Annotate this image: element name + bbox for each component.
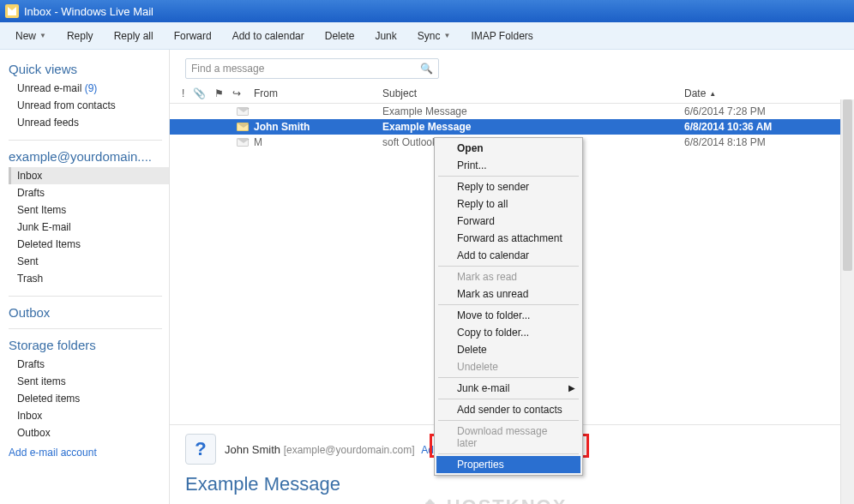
menu-item-properties[interactable]: Properties: [436, 456, 580, 473]
submenu-arrow-icon: ▶: [568, 383, 575, 393]
sidebar-item-unread-from-contacts[interactable]: Unread from contacts: [9, 97, 169, 114]
header-flags[interactable]: ! 📎 ⚑ ↪: [178, 87, 254, 99]
menu-item-add-sender-to-contacts[interactable]: Add sender to contacts: [436, 401, 580, 418]
preview-subject: Example Message: [185, 473, 839, 495]
attachment-icon: 📎: [193, 87, 206, 99]
msg-from: John Smith: [254, 121, 382, 133]
toolbar-reply[interactable]: Reply: [58, 27, 102, 45]
toolbar-delete[interactable]: Delete: [316, 27, 364, 45]
menu-item-open[interactable]: Open: [436, 140, 580, 157]
menu-item-delete[interactable]: Delete: [436, 341, 580, 358]
msg-date: 6/6/2014 7:28 PM: [684, 105, 839, 117]
toolbar-reply-all[interactable]: Reply all: [105, 27, 162, 45]
flag-icon: ⚑: [214, 87, 224, 99]
menu-item-forward-as-attachment[interactable]: Forward as attachment: [436, 230, 580, 247]
msg-subject: Example Message: [382, 105, 684, 117]
menu-separator: [438, 399, 579, 399]
divider: [9, 296, 162, 297]
menu-separator: [438, 453, 579, 454]
search-input[interactable]: Find a message 🔍: [185, 58, 439, 79]
message-row[interactable]: John SmithExample Message6/8/2014 10:36 …: [170, 119, 854, 135]
main-toolbar: New▼ReplyReply allForwardAdd to calendar…: [0, 22, 854, 50]
sidebar-item-deleted-items[interactable]: Deleted Items: [9, 236, 169, 253]
msg-date: 6/8/2014 8:18 PM: [684, 136, 839, 148]
menu-item-undelete: Undelete: [436, 358, 580, 375]
sidebar-item-drafts[interactable]: Drafts: [9, 356, 169, 373]
toolbar-new[interactable]: New▼: [7, 27, 55, 45]
forward-icon: ↪: [232, 87, 241, 99]
column-subject[interactable]: Subject: [382, 87, 684, 99]
menu-item-reply-to-all[interactable]: Reply to all: [436, 195, 580, 213]
context-menu: OpenPrint...Reply to senderReply to allF…: [434, 137, 583, 476]
menu-item-junk-e-mail[interactable]: Junk e-mail▶: [436, 380, 580, 397]
main-panel: Find a message 🔍 ! 📎 ⚑ ↪ From Subject Da…: [170, 50, 854, 504]
caret-down-icon: ▼: [443, 32, 450, 39]
column-from[interactable]: From: [254, 87, 382, 99]
sidebar-item-inbox[interactable]: Inbox: [9, 167, 169, 184]
toolbar-junk[interactable]: Junk: [366, 27, 405, 45]
menu-separator: [438, 420, 579, 421]
toolbar-add-to-calendar[interactable]: Add to calendar: [224, 27, 313, 45]
sidebar-item-trash[interactable]: Trash: [9, 270, 169, 287]
contact-placeholder-icon: ?: [185, 434, 216, 465]
sidebar-item-sent[interactable]: Sent: [9, 253, 169, 270]
toolbar-forward[interactable]: Forward: [165, 27, 220, 45]
msg-subject: Example Message: [382, 121, 684, 133]
scrollbar-thumb[interactable]: [843, 99, 852, 271]
sidebar-header-outbox[interactable]: Outbox: [9, 305, 169, 320]
watermark: ⯁HOSTKNOX.com: [421, 495, 604, 504]
window-title: Inbox - Windows Live Mail: [24, 5, 153, 18]
priority-icon: !: [182, 87, 184, 99]
menu-item-mark-as-unread[interactable]: Mark as unread: [436, 285, 580, 303]
msg-date: 6/8/2014 10:36 AM: [684, 121, 839, 133]
divider: [9, 328, 162, 329]
sidebar-item-outbox[interactable]: Outbox: [9, 424, 169, 441]
unread-count: (9): [85, 82, 98, 94]
menu-item-download-message-later: Download message later: [436, 423, 580, 452]
sort-asc-icon: ▲: [709, 90, 716, 98]
preview-sender-name: John Smith: [225, 443, 280, 456]
sidebar-header-quickviews[interactable]: Quick views: [9, 62, 169, 76]
msg-from: M: [254, 136, 382, 148]
sidebar-item-sent-items[interactable]: Sent items: [9, 373, 169, 390]
menu-separator: [438, 176, 579, 177]
app-icon: [5, 4, 19, 18]
sidebar-item-unread-feeds[interactable]: Unread feeds: [9, 114, 169, 131]
sidebar-item-deleted-items[interactable]: Deleted items: [9, 390, 169, 407]
menu-item-copy-to-folder-[interactable]: Copy to folder...: [436, 324, 580, 341]
sidebar-item-sent-items[interactable]: Sent Items: [9, 201, 169, 219]
sidebar-header-account[interactable]: example@yourdomain....: [9, 149, 169, 164]
menu-item-mark-as-read: Mark as read: [436, 268, 580, 285]
column-date[interactable]: Date ▲: [684, 87, 839, 99]
sidebar-item-junk-e-mail[interactable]: Junk E-mail: [9, 219, 169, 236]
toolbar-imap-folders[interactable]: IMAP Folders: [462, 27, 541, 45]
toolbar-sync[interactable]: Sync▼: [409, 27, 460, 45]
menu-item-reply-to-sender[interactable]: Reply to sender: [436, 178, 580, 195]
search-placeholder: Find a message: [191, 63, 264, 75]
sidebar-item-drafts[interactable]: Drafts: [9, 184, 169, 201]
window-titlebar: Inbox - Windows Live Mail: [0, 0, 854, 22]
sidebar-item-inbox[interactable]: Inbox: [9, 407, 169, 424]
envelope-icon: [237, 107, 249, 116]
envelope-icon: [237, 123, 249, 131]
sidebar-header-storage[interactable]: Storage folders: [9, 338, 169, 352]
vertical-scrollbar[interactable]: [840, 99, 854, 504]
add-email-account-link[interactable]: Add e-mail account: [9, 441, 169, 459]
sidebar-item-unread-e-mail[interactable]: Unread e-mail (9): [9, 80, 169, 97]
menu-separator: [438, 377, 579, 378]
sidebar: Quick views Unread e-mail (9)Unread from…: [0, 50, 170, 504]
envelope-icon: [237, 138, 249, 147]
menu-item-add-to-calendar[interactable]: Add to calendar: [436, 247, 580, 264]
menu-item-print-[interactable]: Print...: [436, 157, 580, 174]
menu-item-move-to-folder-[interactable]: Move to folder...: [436, 307, 580, 324]
preview-sender-email: [example@yourdomain.com]: [284, 444, 415, 456]
search-icon: 🔍: [420, 63, 433, 75]
menu-item-forward[interactable]: Forward: [436, 213, 580, 230]
message-row[interactable]: Example Message6/6/2014 7:28 PM: [170, 104, 854, 119]
menu-separator: [438, 304, 579, 305]
caret-down-icon: ▼: [39, 32, 46, 39]
divider: [9, 140, 162, 141]
menu-separator: [438, 266, 579, 267]
message-list-header: ! 📎 ⚑ ↪ From Subject Date ▲: [170, 84, 854, 104]
